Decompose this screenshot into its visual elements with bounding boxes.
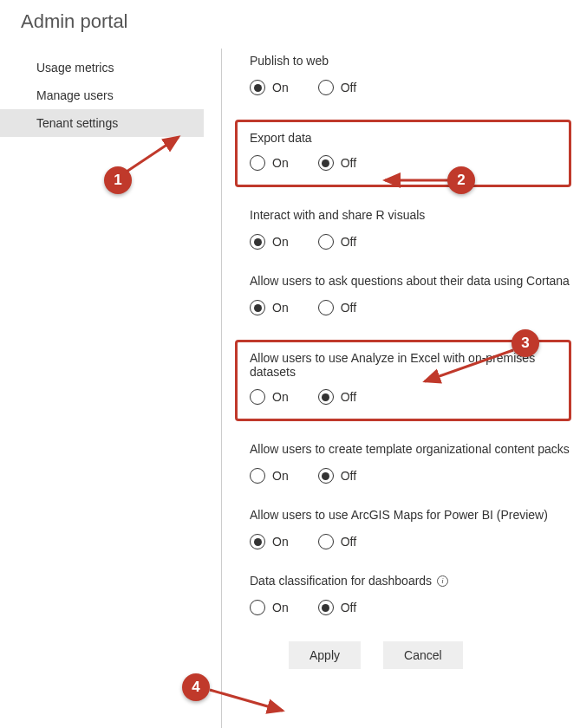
radio-off[interactable]: Off: [318, 300, 356, 315]
radio-on[interactable]: On: [250, 468, 289, 484]
sidebar-item-tenant-settings[interactable]: Tenant settings: [0, 109, 204, 137]
setting-export-data: Export data On Off: [235, 120, 571, 187]
radio-off[interactable]: Off: [318, 600, 356, 615]
setting-title: Export data: [250, 131, 557, 145]
radio-label: Off: [341, 301, 356, 315]
radio-icon: [250, 155, 265, 171]
radio-icon: [318, 155, 334, 171]
radio-on[interactable]: On: [250, 600, 289, 615]
radio-icon: [250, 534, 265, 549]
content-area: Publish to web On Off Export data On: [222, 49, 580, 728]
setting-title: Allow users to use Analyze in Excel with…: [250, 351, 557, 379]
radio-icon: [318, 80, 334, 95]
radio-icon: [250, 300, 265, 315]
radio-icon: [250, 80, 265, 95]
setting-publish-to-web: Publish to web On Off: [250, 54, 571, 95]
radio-label: On: [272, 81, 289, 94]
radio-off[interactable]: Off: [318, 468, 356, 484]
radio-label: On: [272, 235, 289, 249]
radio-label: On: [272, 156, 289, 170]
annotation-badge-2: 2: [447, 166, 475, 194]
radio-icon: [250, 234, 265, 250]
radio-label: On: [272, 390, 289, 404]
radio-label: Off: [341, 235, 356, 249]
sidebar-item-manage-users[interactable]: Manage users: [0, 81, 204, 109]
radio-icon: [318, 534, 334, 549]
radio-label: Off: [341, 601, 356, 614]
radio-label: On: [272, 469, 289, 483]
radio-icon: [250, 600, 265, 615]
setting-title: Allow users to create template organizat…: [250, 442, 571, 456]
apply-button[interactable]: Apply: [289, 641, 361, 669]
info-icon[interactable]: i: [437, 575, 448, 587]
radio-off[interactable]: Off: [318, 389, 356, 405]
radio-label: Off: [341, 390, 356, 404]
setting-cortana: Allow users to ask questions about their…: [250, 274, 571, 315]
sidebar-item-usage-metrics[interactable]: Usage metrics: [0, 54, 204, 81]
cancel-button[interactable]: Cancel: [383, 641, 463, 669]
setting-title-text: Data classification for dashboards: [250, 574, 432, 588]
radio-label: On: [272, 301, 289, 315]
radio-label: Off: [341, 469, 356, 483]
radio-icon: [250, 468, 265, 484]
radio-icon: [318, 234, 334, 250]
setting-data-classification: Data classification for dashboards i On …: [250, 574, 571, 615]
radio-on[interactable]: On: [250, 389, 289, 405]
radio-icon: [318, 468, 334, 484]
radio-on[interactable]: On: [250, 234, 289, 250]
radio-off[interactable]: Off: [318, 155, 356, 171]
radio-label: On: [272, 535, 289, 549]
radio-label: Off: [341, 535, 356, 549]
annotation-badge-4: 4: [182, 673, 210, 701]
radio-off[interactable]: Off: [318, 534, 356, 549]
radio-on[interactable]: On: [250, 300, 289, 315]
radio-icon: [318, 600, 334, 615]
radio-off[interactable]: Off: [318, 234, 356, 250]
radio-label: Off: [341, 81, 356, 94]
annotation-badge-3: 3: [512, 329, 539, 357]
setting-title: Publish to web: [250, 54, 571, 68]
radio-on[interactable]: On: [250, 80, 289, 95]
setting-r-visuals: Interact with and share R visuals On Off: [250, 208, 571, 250]
setting-title: Data classification for dashboards i: [250, 574, 571, 588]
setting-title: Interact with and share R visuals: [250, 208, 571, 222]
radio-on[interactable]: On: [250, 534, 289, 549]
setting-title: Allow users to ask questions about their…: [250, 274, 571, 288]
radio-off[interactable]: Off: [318, 80, 356, 95]
setting-template-packs: Allow users to create template organizat…: [250, 442, 571, 484]
annotation-badge-1: 1: [104, 166, 132, 194]
setting-title: Allow users to use ArcGIS Maps for Power…: [250, 508, 571, 522]
setting-arcgis: Allow users to use ArcGIS Maps for Power…: [250, 508, 571, 549]
radio-icon: [250, 389, 265, 405]
radio-icon: [318, 389, 334, 405]
radio-icon: [318, 300, 334, 315]
radio-label: Off: [341, 156, 356, 170]
sidebar: Usage metrics Manage users Tenant settin…: [0, 49, 204, 728]
page-title: Admin portal: [0, 0, 580, 49]
radio-label: On: [272, 601, 289, 614]
radio-on[interactable]: On: [250, 155, 289, 171]
